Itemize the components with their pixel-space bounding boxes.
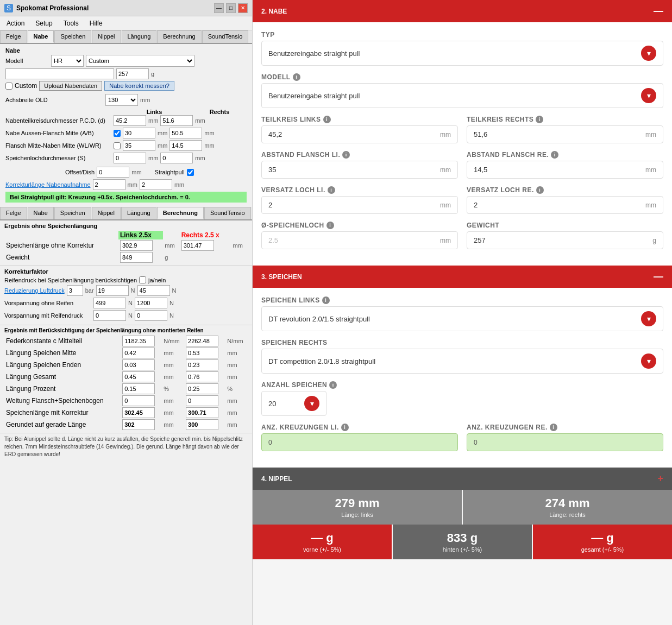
kreuzungen-li-info-icon[interactable]: i [341,424,349,431]
btab-berechnung[interactable]: Berechnung [157,207,204,219]
menu-tools[interactable]: Tools [61,18,81,28]
typ-value: Benutzereingabe straight pull [268,49,360,58]
gewicht-input[interactable] [120,252,153,263]
vorspannung-links-input[interactable] [93,298,126,308]
speichenlaenge-korr-rechts[interactable] [186,407,218,418]
ja-nein-checkbox[interactable] [139,276,146,283]
modell-select[interactable]: HRVR [51,55,84,67]
vorspannung-reifen-links-input[interactable] [93,310,126,321]
wl-rechts-input[interactable] [169,140,202,151]
speichen-links-arrow-icon[interactable]: ▾ [641,311,656,326]
laengung-prozent-rechts[interactable] [186,383,218,394]
pcd-rechts-input[interactable] [160,115,193,126]
minimize-button[interactable]: — [214,3,224,13]
speichenloch-links-input[interactable] [114,153,146,163]
tab-soundtensio[interactable]: SoundTensio [202,30,249,43]
abstand-li-unit: mm [440,166,451,174]
btab-felge[interactable]: Felge [0,207,27,219]
n2-input[interactable] [137,285,170,296]
tab-speichen[interactable]: Speichen [54,30,91,43]
menu-hilfe[interactable]: Hilfe [87,18,105,28]
section3-collapse[interactable]: — [654,271,663,282]
versatz-li-info-icon[interactable]: i [328,186,335,194]
section2-collapse[interactable]: — [654,5,663,17]
laengung-mitte-rechts[interactable] [186,348,218,358]
straightpull-checkbox[interactable] [187,169,194,176]
achsbreite-select[interactable]: 130135142 [105,94,138,106]
abstand-re-info-icon[interactable]: i [551,151,558,159]
speichen-rechts-arrow-icon[interactable]: ▾ [641,353,656,369]
speichen-links-dropdown[interactable]: DT revolution 2.0/1.5 straightpull ▾ [261,306,663,331]
speichenloch-info-icon[interactable]: i [326,222,334,229]
modell-arrow-icon[interactable]: ▾ [641,88,656,103]
offset-input[interactable] [97,167,129,178]
teilkreis-links-info-icon[interactable]: i [323,116,331,123]
versatz-re-info-icon[interactable]: i [536,186,544,194]
korrektur-link[interactable]: Korrekturlänge Nabenaufnahme [5,181,91,188]
btab-soundtensio[interactable]: SoundTensio [204,207,251,219]
laengung-gesamt-rechts[interactable] [186,371,218,382]
flansch-rechts-input[interactable] [169,128,202,138]
speichenlaenge-korr-links[interactable] [122,407,155,418]
gerundet-rechts[interactable] [186,419,218,430]
abstand-li-info-icon[interactable]: i [342,151,350,159]
wl-checkbox[interactable] [114,142,121,149]
anzahl-arrow-icon[interactable]: ▾ [304,396,319,411]
modell-info-icon[interactable]: i [293,73,300,81]
federkonstante-links[interactable] [122,336,155,346]
federkonstante-rechts[interactable] [186,336,218,346]
btab-nabe[interactable]: Nabe [28,207,54,219]
pcd-links-input[interactable] [114,115,146,126]
custom-checkbox[interactable] [5,83,12,90]
korrektur-rechts-input[interactable] [140,179,172,190]
wl-links-input[interactable] [123,140,155,151]
kreuzungen-re-info-icon[interactable]: i [550,424,557,431]
flansch-links-input[interactable] [123,128,155,138]
laenge-links-input[interactable] [120,240,153,251]
hub-name-input[interactable]: Shimano DA [5,68,114,79]
section4-expand[interactable]: + [657,473,663,484]
reduzierung-input[interactable] [67,285,83,296]
speichenloch-rechts-input[interactable] [160,153,193,163]
korrektur-links-input[interactable] [93,179,125,190]
custom-select[interactable]: Custom [86,55,194,67]
weitung-links[interactable] [122,395,155,406]
laenge-rechts-input[interactable] [181,240,214,251]
typ-arrow-icon[interactable]: ▾ [641,46,656,61]
tab-felge[interactable]: Felge [0,30,27,43]
tab-laengung[interactable]: Längung [122,30,157,43]
hub-weight-input[interactable] [116,68,149,79]
laengung-enden-rechts[interactable] [186,359,218,370]
vorne-value: — g [259,531,385,545]
anzahl-info-icon[interactable]: i [329,381,337,389]
upload-btn[interactable]: Upload Nabendaten [39,81,102,91]
btab-nippel[interactable]: Nippel [92,207,121,219]
close-button[interactable]: ✕ [238,3,248,13]
anzahl-dropdown[interactable]: 20 ▾ [261,391,326,416]
speichen-rechts-dropdown[interactable]: DT competition 2.0/1.8 straightpull ▾ [261,349,663,374]
measure-btn[interactable]: Nabe korrekt messen? [104,81,174,91]
laengung-enden-links[interactable] [122,359,155,370]
maximize-button[interactable]: □ [226,3,236,13]
btab-laengung[interactable]: Längung [121,207,156,219]
menu-action[interactable]: Action [4,18,27,28]
laengung-gesamt-links[interactable] [122,371,155,382]
laengung-prozent-links[interactable] [122,383,155,394]
typ-dropdown[interactable]: Benutzereingabe straight pull ▾ [261,41,663,66]
menu-setup[interactable]: Setup [33,18,54,28]
gerundet-links[interactable] [122,419,155,430]
n1-input[interactable] [96,285,129,296]
vorspannung-rechts-input[interactable] [135,298,167,308]
tab-nippel[interactable]: Nippel [92,30,121,43]
flansch-checkbox[interactable] [114,130,121,137]
teilkreis-rechts-info-icon[interactable]: i [536,116,543,123]
speichen-links-info-icon[interactable]: i [322,296,330,304]
reduzierung-link[interactable]: Reduzierung Luftdruck [4,287,65,294]
tab-berechnung[interactable]: Berechnung [157,30,201,43]
modell-dropdown[interactable]: Benutzereingabe straight pull ▾ [261,83,663,108]
laengung-mitte-links[interactable] [122,348,155,358]
vorspannung-reifen-rechts-input[interactable] [135,310,167,321]
weitung-rechts[interactable] [186,395,218,406]
tab-nabe[interactable]: Nabe [28,30,54,43]
btab-speichen[interactable]: Speichen [54,207,91,219]
